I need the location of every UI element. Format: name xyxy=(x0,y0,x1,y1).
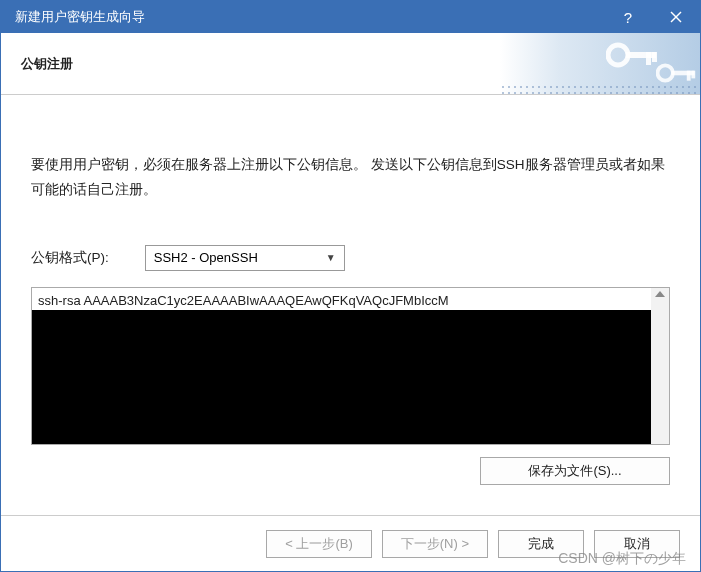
footer: < 上一步(B) 下一步(N) > 完成 取消 xyxy=(1,515,700,571)
save-row: 保存为文件(S)... xyxy=(31,457,670,485)
pubkey-text: ssh-rsa AAAAB3NzaC1yc2EAAAABIwAAAQEAwQFK… xyxy=(38,293,449,308)
next-button-label: 下一步(N) > xyxy=(401,535,469,553)
save-as-file-button[interactable]: 保存为文件(S)... xyxy=(480,457,670,485)
svg-rect-3 xyxy=(626,52,656,58)
close-button[interactable] xyxy=(652,1,700,33)
cancel-button[interactable]: 取消 xyxy=(594,530,680,558)
finish-button[interactable]: 完成 xyxy=(498,530,584,558)
svg-rect-8 xyxy=(687,71,691,81)
wizard-window: 新建用户密钥生成向导 ? 公钥注册 xyxy=(0,0,701,572)
next-button[interactable]: 下一步(N) > xyxy=(382,530,488,558)
banner-title: 公钥注册 xyxy=(21,55,73,73)
format-selected-value: SSH2 - OpenSSH xyxy=(154,250,258,265)
format-label: 公钥格式(P): xyxy=(31,249,109,267)
help-button[interactable]: ? xyxy=(604,1,652,33)
banner: 公钥注册 xyxy=(1,33,700,95)
svg-rect-7 xyxy=(671,71,694,76)
close-icon xyxy=(670,11,682,23)
pubkey-box: ssh-rsa AAAAB3NzaC1yc2EAAAABIwAAAQEAwQFK… xyxy=(31,287,670,445)
cancel-button-label: 取消 xyxy=(624,535,650,553)
svg-point-2 xyxy=(608,45,628,65)
content-area: 要使用用户密钥，必须在服务器上注册以下公钥信息。 发送以下公钥信息到SSH服务器… xyxy=(1,95,700,515)
pubkey-textarea[interactable]: ssh-rsa AAAAB3NzaC1yc2EAAAABIwAAAQEAwQFK… xyxy=(32,288,651,444)
format-row: 公钥格式(P): SSH2 - OpenSSH ▼ xyxy=(31,245,670,271)
key-icon xyxy=(606,37,658,73)
window-title: 新建用户密钥生成向导 xyxy=(15,8,145,26)
redacted-block xyxy=(32,310,651,444)
titlebar: 新建用户密钥生成向导 ? xyxy=(1,1,700,33)
banner-art xyxy=(500,33,700,94)
svg-point-6 xyxy=(658,65,673,80)
back-button[interactable]: < 上一步(B) xyxy=(266,530,372,558)
instruction-text: 要使用用户密钥，必须在服务器上注册以下公钥信息。 发送以下公钥信息到SSH服务器… xyxy=(31,153,670,203)
save-button-label: 保存为文件(S)... xyxy=(528,462,621,480)
svg-rect-4 xyxy=(646,52,651,65)
chevron-down-icon: ▼ xyxy=(326,252,336,263)
svg-rect-9 xyxy=(691,71,695,79)
format-select[interactable]: SSH2 - OpenSSH ▼ xyxy=(145,245,345,271)
finish-button-label: 完成 xyxy=(528,535,554,553)
scroll-up-icon xyxy=(655,291,665,297)
key-icon xyxy=(656,59,696,87)
back-button-label: < 上一步(B) xyxy=(285,535,353,553)
scrollbar[interactable] xyxy=(651,288,669,444)
